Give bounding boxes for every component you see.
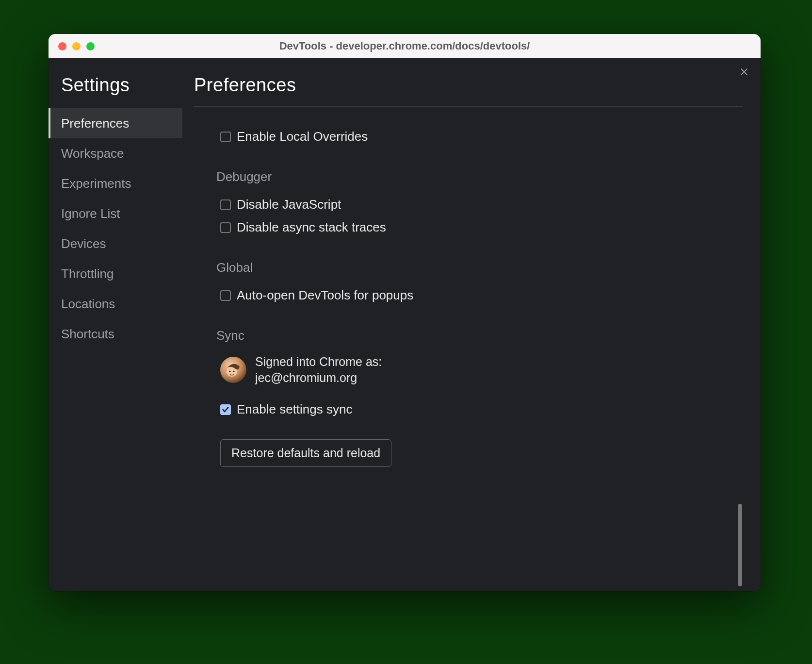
settings-panel: Settings Preferences Workspace Experimen… [49,58,761,591]
pref-label: Enable settings sync [237,402,352,417]
sidebar-item-label: Preferences [61,116,129,131]
sidebar-item-workspace[interactable]: Workspace [49,138,182,168]
pref-label: Disable JavaScript [237,197,341,212]
titlebar: DevTools - developer.chrome.com/docs/dev… [49,34,761,58]
svg-point-4 [229,370,230,372]
sidebar-item-label: Throttling [61,266,114,281]
sidebar-item-label: Ignore List [61,206,120,221]
svg-point-5 [233,370,234,372]
avatar [220,357,246,383]
pref-disable-javascript[interactable]: Disable JavaScript [220,193,731,216]
section-heading-sync: Sync [216,307,731,352]
devtools-window: DevTools - developer.chrome.com/docs/dev… [49,34,761,591]
sidebar-item-throttling[interactable]: Throttling [49,259,182,289]
settings-sidebar: Settings Preferences Workspace Experimen… [49,58,182,591]
sidebar-item-experiments[interactable]: Experiments [49,168,182,199]
checkbox-icon[interactable] [220,222,231,233]
traffic-lights [49,42,95,50]
sidebar-item-label: Experiments [61,176,131,191]
preferences-main: Preferences Enable Local Overrides Debug… [182,58,761,591]
pref-enable-settings-sync[interactable]: Enable settings sync [220,398,731,421]
preferences-scroll-area: Enable Local Overrides Debugger Disable … [194,106,743,591]
section-heading-debugger: Debugger [216,148,731,193]
sync-text: Signed into Chrome as: jec@chromium.org [255,354,382,385]
pref-auto-open-devtools[interactable]: Auto-open DevTools for popups [220,284,731,307]
window-minimize-button[interactable] [72,42,81,50]
checkbox-icon[interactable] [220,199,231,210]
checkbox-icon[interactable] [220,290,231,301]
sidebar-item-label: Locations [61,297,115,311]
signed-in-label: Signed into Chrome as: [255,354,382,370]
pref-disable-async-stack[interactable]: Disable async stack traces [220,216,731,239]
pref-label: Auto-open DevTools for popups [237,288,413,303]
window-close-button[interactable] [58,42,66,50]
sidebar-item-label: Shortcuts [61,327,114,341]
sidebar-item-devices[interactable]: Devices [49,229,182,259]
section-heading-global: Global [216,239,731,284]
sidebar-item-preferences[interactable]: Preferences [49,108,182,138]
sidebar-item-label: Devices [61,236,106,251]
pref-enable-local-overrides[interactable]: Enable Local Overrides [220,125,731,148]
signed-in-email: jec@chromium.org [255,370,382,386]
sync-account-row: Signed into Chrome as: jec@chromium.org [216,352,731,389]
sidebar-item-label: Workspace [61,146,124,161]
sidebar-item-locations[interactable]: Locations [49,289,182,319]
checkbox-icon[interactable] [220,132,231,142]
settings-title: Settings [49,70,182,108]
window-title: DevTools - developer.chrome.com/docs/dev… [49,40,761,52]
pref-label: Enable Local Overrides [237,129,368,144]
window-zoom-button[interactable] [86,42,95,50]
checkbox-icon[interactable] [220,404,231,415]
vertical-scrollbar[interactable] [738,504,742,586]
sidebar-item-ignore-list[interactable]: Ignore List [49,199,182,229]
pref-label: Disable async stack traces [237,220,386,235]
sidebar-item-shortcuts[interactable]: Shortcuts [49,319,182,349]
preferences-heading: Preferences [194,70,743,106]
restore-defaults-button[interactable]: Restore defaults and reload [220,439,391,467]
